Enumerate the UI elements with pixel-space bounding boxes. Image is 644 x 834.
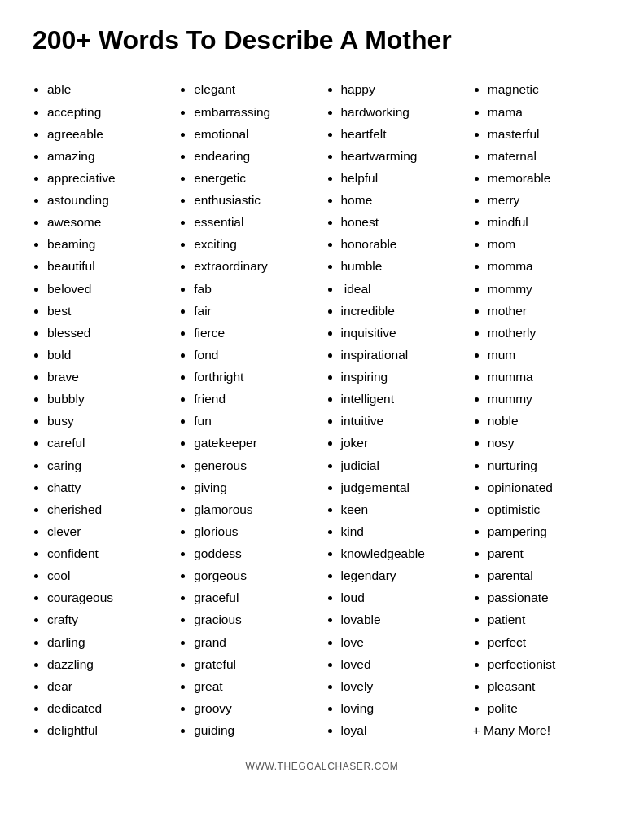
list-item: delightful — [47, 719, 163, 741]
list-item: home — [341, 189, 457, 211]
list-item: incredible — [341, 300, 457, 322]
list-item: lovely — [341, 675, 457, 697]
list-item: pampering — [488, 520, 603, 542]
list-item: able — [47, 78, 163, 100]
list-item: inspirational — [341, 344, 457, 366]
list-item: groovy — [194, 697, 309, 719]
list-item: kind — [341, 520, 457, 542]
list-item: gracious — [194, 608, 309, 630]
list-item: beaming — [47, 233, 163, 255]
list-item: careful — [47, 432, 163, 454]
list-item: clever — [47, 520, 163, 542]
list-item: accepting — [47, 101, 163, 123]
list-item: hardworking — [341, 101, 457, 123]
list-item: honest — [341, 211, 457, 233]
list-item: mommy — [488, 278, 603, 300]
list-item: inquisitive — [341, 322, 457, 344]
list-item: opinionated — [488, 476, 603, 498]
list-item: cherished — [47, 498, 163, 520]
list-item: loyal — [341, 719, 457, 741]
list-item: glorious — [194, 520, 309, 542]
list-item: perfectionist — [488, 653, 603, 675]
list-item: mom — [488, 233, 603, 255]
list-item: loving — [341, 697, 457, 719]
list-item: loved — [341, 653, 457, 675]
list-item: fab — [194, 278, 309, 300]
list-item: mumma — [488, 366, 603, 388]
list-item: perfect — [488, 631, 603, 653]
list-item: chatty — [47, 476, 163, 498]
list-item: embarrassing — [194, 101, 309, 123]
list-item: fun — [194, 410, 309, 432]
list-item: bold — [47, 344, 163, 366]
list-item: essential — [194, 211, 309, 233]
list-item: glamorous — [194, 498, 309, 520]
list-item: masterful — [488, 123, 603, 145]
list-item: loud — [341, 586, 457, 608]
list-item: forthright — [194, 366, 309, 388]
list-item: busy — [47, 410, 163, 432]
list-item: darling — [47, 631, 163, 653]
list-item: legendary — [341, 564, 457, 586]
list-item: emotional — [194, 123, 309, 145]
list-item: optimistic — [488, 498, 603, 520]
list-item: judicial — [341, 454, 457, 476]
list-item: mother — [488, 300, 603, 322]
list-item: honorable — [341, 233, 457, 255]
list-item: heartwarming — [341, 145, 457, 167]
list-item: graceful — [194, 586, 309, 608]
list-item: dazzling — [47, 653, 163, 675]
list-item: polite — [488, 697, 603, 719]
list-item: magnetic — [488, 78, 603, 100]
list-item: maternal — [488, 145, 603, 167]
list-item: intelligent — [341, 388, 457, 410]
footer-url: WWW.THEGOALCHASER.COM — [33, 761, 611, 772]
list-item: passionate — [488, 586, 603, 608]
list-item: happy — [341, 78, 457, 100]
list-item: great — [194, 675, 309, 697]
list-item: fond — [194, 344, 309, 366]
list-item: patient — [488, 608, 603, 630]
list-item: mindful — [488, 211, 603, 233]
list-item: best — [47, 300, 163, 322]
list-item: awesome — [47, 211, 163, 233]
list-item: fair — [194, 300, 309, 322]
list-item: momma — [488, 255, 603, 277]
list-item: caring — [47, 454, 163, 476]
list-item: lovable — [341, 608, 457, 630]
list-item: inspiring — [341, 366, 457, 388]
list-item: nurturing — [488, 454, 603, 476]
list-item: energetic — [194, 167, 309, 189]
list-item: extraordinary — [194, 255, 309, 277]
list-item: courageous — [47, 586, 163, 608]
list-item: gatekeeper — [194, 432, 309, 454]
list-item: joker — [341, 432, 457, 454]
list-item: dear — [47, 675, 163, 697]
list-item: mummy — [488, 388, 603, 410]
list-item: heartfelt — [341, 123, 457, 145]
list-item: crafty — [47, 608, 163, 630]
list-item: appreciative — [47, 167, 163, 189]
word-column-3: happyhardworkingheartfeltheartwarminghel… — [318, 78, 465, 741]
list-item: generous — [194, 454, 309, 476]
list-item: humble — [341, 255, 457, 277]
list-item: noble — [488, 410, 603, 432]
list-item: love — [341, 631, 457, 653]
list-item: confident — [47, 542, 163, 564]
list-item: blessed — [47, 322, 163, 344]
list-item: elegant — [194, 78, 309, 100]
list-item: nosy — [488, 432, 603, 454]
list-item: exciting — [194, 233, 309, 255]
list-item: giving — [194, 476, 309, 498]
list-item: mum — [488, 344, 603, 366]
list-item: memorable — [488, 167, 603, 189]
list-item: endearing — [194, 145, 309, 167]
list-item: goddess — [194, 542, 309, 564]
list-item: guiding — [194, 719, 309, 741]
list-item: fierce — [194, 322, 309, 344]
word-column-4: magneticmamamasterfulmaternalmemorableme… — [465, 78, 611, 741]
list-item: grand — [194, 631, 309, 653]
word-column-1: ableacceptingagreeableamazingappreciativ… — [33, 78, 171, 741]
list-item: dedicated — [47, 697, 163, 719]
list-item: beautiful — [47, 255, 163, 277]
